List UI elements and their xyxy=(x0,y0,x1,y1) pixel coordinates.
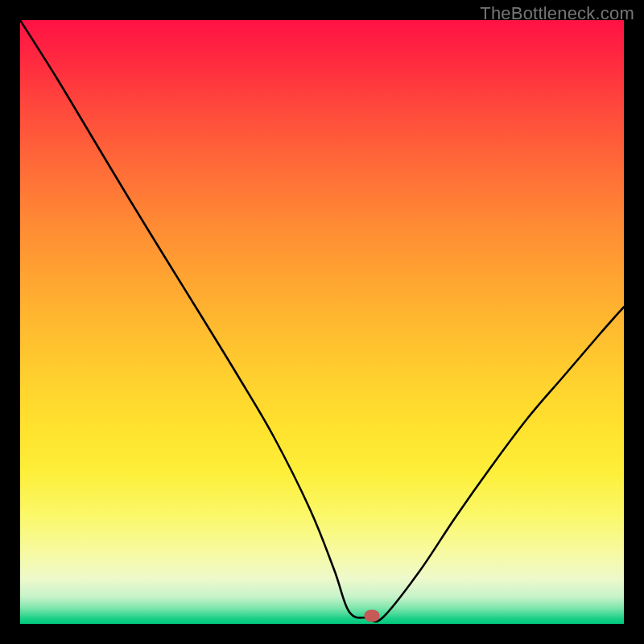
plot-area xyxy=(20,20,624,624)
chart-frame: TheBottleneck.com xyxy=(0,0,644,644)
curve-layer xyxy=(20,20,624,624)
bottleneck-curve xyxy=(20,20,624,621)
optimum-marker xyxy=(365,610,380,622)
